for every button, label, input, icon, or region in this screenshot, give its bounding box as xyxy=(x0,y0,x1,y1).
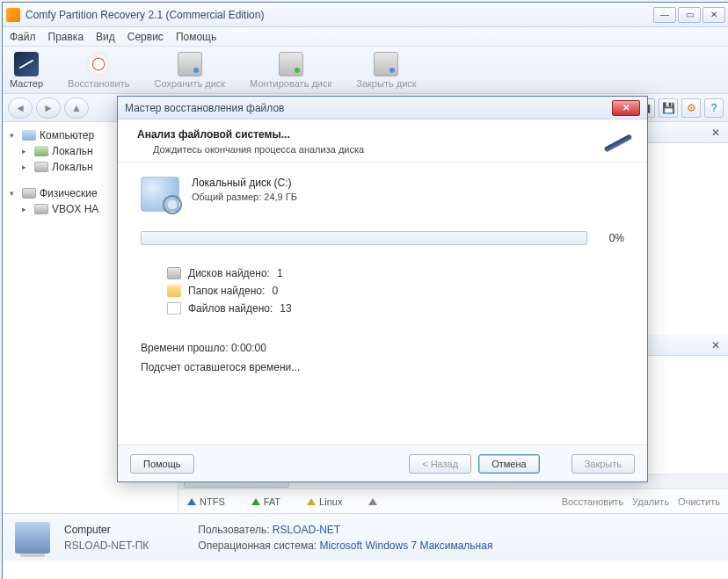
drive-name: Локальный диск (C:) xyxy=(192,177,297,189)
statusbar: Computer RSLOAD-NET-ПК Пользователь: RSL… xyxy=(3,513,728,561)
legend-ntfs: NTFS xyxy=(187,496,225,507)
wizard-dialog: Мастер восстановления файлов ✕ Анализ фа… xyxy=(117,96,648,482)
status-os-value: Microsoft Windows 7 Максимальная xyxy=(320,539,493,552)
main-window: Comfy Partition Recovery 2.1 (Commercial… xyxy=(2,2,728,579)
toolbar: Мастер Восстановить Сохранить диск Монти… xyxy=(3,47,728,94)
legend-fat: FAT xyxy=(251,496,280,507)
menu-file[interactable]: Файл xyxy=(10,31,36,43)
action-delete[interactable]: Удалить xyxy=(632,496,669,507)
close-preview-icon[interactable]: ✕ xyxy=(711,127,720,139)
maximize-button[interactable]: ▭ xyxy=(678,7,701,23)
toolbar-wizard[interactable]: Мастер xyxy=(10,52,43,89)
close-options-icon[interactable]: ✕ xyxy=(711,339,720,351)
scanning-drive-icon xyxy=(141,177,179,212)
status-hostname: RSLOAD-NET-ПК xyxy=(64,539,149,552)
action-recover[interactable]: Восстановить xyxy=(562,496,623,507)
toolbar-close-disk-label: Закрыть диск xyxy=(356,78,416,89)
dialog-subheading: Дождитесь окончания процесса анализа дис… xyxy=(137,144,633,155)
dialog-close-button[interactable]: ✕ xyxy=(612,100,640,116)
tree-local2-label: Локальн xyxy=(52,161,93,173)
drive-save-icon xyxy=(178,52,202,76)
legend-linux: Linux xyxy=(307,496,342,507)
titlebar: Comfy Partition Recovery 2.1 (Commercial… xyxy=(3,3,728,27)
tree-computer-label: Компьютер xyxy=(40,129,94,141)
menu-service[interactable]: Сервис xyxy=(127,31,164,43)
drive-size: Общий размер: 24,9 ГБ xyxy=(192,192,297,202)
back-button: < Назад xyxy=(409,454,471,474)
menubar: Файл Правка Вид Сервис Помощь xyxy=(3,27,728,47)
progress-percent: 0% xyxy=(598,232,624,244)
time-elapsed: Времени прошло: 0:00:00 xyxy=(141,342,624,354)
toolbar-recover-label: Восстановить xyxy=(68,78,129,89)
status-user-label: Пользователь: xyxy=(198,524,269,536)
dialog-titlebar: Мастер восстановления файлов ✕ xyxy=(118,97,647,119)
expand-icon: ▸ xyxy=(22,163,31,171)
stat-disks: Дисков найдено: 1 xyxy=(167,264,624,282)
nav-back[interactable]: ◄ xyxy=(8,98,33,119)
nav-settings[interactable]: ⚙ xyxy=(681,98,701,118)
tree-physical-label: Физические xyxy=(40,187,98,199)
fs-legend: NTFS FAT Linux Восстановить Удалить Очис… xyxy=(178,489,728,513)
collapse-icon: ▾ xyxy=(10,189,18,198)
nav-save[interactable]: 💾 xyxy=(659,98,678,118)
drive-icon xyxy=(22,188,36,199)
dialog-header: Анализ файловой системы... Дождитесь око… xyxy=(118,119,647,163)
dialog-title: Мастер восстановления файлов xyxy=(125,102,284,114)
app-icon xyxy=(6,8,20,22)
menu-view[interactable]: Вид xyxy=(96,31,115,43)
folders-found-label: Папок найдено: xyxy=(188,285,265,297)
computer-large-icon xyxy=(15,522,50,554)
disks-found-label: Дисков найдено: xyxy=(188,267,270,279)
window-title: Comfy Partition Recovery 2.1 (Commercial… xyxy=(25,9,653,21)
tree-local1-label: Локальн xyxy=(52,145,93,157)
nav-fwd[interactable]: ► xyxy=(36,98,61,119)
legend-other xyxy=(368,496,381,507)
toolbar-mount-disk-label: Монтировать диск xyxy=(250,78,331,89)
files-found-label: Файлов найдено: xyxy=(188,302,273,315)
dialog-body: Локальный диск (C:) Общий размер: 24,9 Г… xyxy=(118,163,647,389)
files-found-value: 13 xyxy=(280,302,291,315)
time-remaining: Подсчет оставшегося времени... xyxy=(141,361,624,373)
dialog-heading: Анализ файловой системы... xyxy=(137,128,633,141)
drive-icon xyxy=(34,162,48,172)
close-window-button[interactable]: ✕ xyxy=(703,7,725,23)
help-button[interactable]: Помощь xyxy=(130,454,194,474)
drive-close-icon xyxy=(374,52,398,76)
close-button: Закрыть xyxy=(571,454,635,474)
status-computer-label: Computer xyxy=(64,524,149,536)
disks-found-value: 1 xyxy=(277,267,283,279)
progress-bar xyxy=(141,231,587,245)
drive-mount-icon xyxy=(279,52,303,76)
folders-found-value: 0 xyxy=(272,285,278,297)
stat-folders: Папок найдено: 0 xyxy=(167,282,624,300)
lifering-icon xyxy=(86,52,111,76)
stat-files: Файлов найдено: 13 xyxy=(167,300,624,317)
toolbar-save-disk: Сохранить диск xyxy=(155,52,226,89)
toolbar-recover: Восстановить xyxy=(68,52,129,89)
drive-small-icon xyxy=(167,267,181,279)
toolbar-save-disk-label: Сохранить диск xyxy=(155,78,226,89)
nav-up[interactable]: ▲ xyxy=(64,98,89,119)
action-clear[interactable]: Очистить xyxy=(678,496,720,507)
menu-help[interactable]: Помощь xyxy=(176,31,216,43)
status-user-value: RSLOAD-NET xyxy=(273,524,340,536)
toolbar-close-disk: Закрыть диск xyxy=(356,52,416,89)
time-elapsed-value: 0:00:00 xyxy=(231,342,266,354)
dialog-footer: Помощь < Назад Отмена Закрыть xyxy=(118,445,647,481)
expand-icon: ▸ xyxy=(22,205,31,214)
collapse-icon: ▾ xyxy=(10,131,18,140)
local-disk-icon xyxy=(34,146,48,156)
menu-edit[interactable]: Правка xyxy=(48,31,84,43)
status-os-label: Операционная система: xyxy=(198,539,317,552)
nav-help[interactable]: ? xyxy=(704,98,724,118)
minimize-button[interactable]: — xyxy=(653,7,676,23)
tree-vbox-label: VBOX HA xyxy=(52,203,98,215)
toolbar-mount-disk: Монтировать диск xyxy=(250,52,331,89)
time-elapsed-label: Времени прошло: xyxy=(141,342,229,354)
expand-icon: ▸ xyxy=(22,147,31,156)
folder-icon xyxy=(167,285,181,297)
file-icon xyxy=(167,302,181,315)
computer-icon xyxy=(22,130,36,141)
wand-large-icon xyxy=(600,125,638,160)
cancel-button[interactable]: Отмена xyxy=(478,454,539,474)
